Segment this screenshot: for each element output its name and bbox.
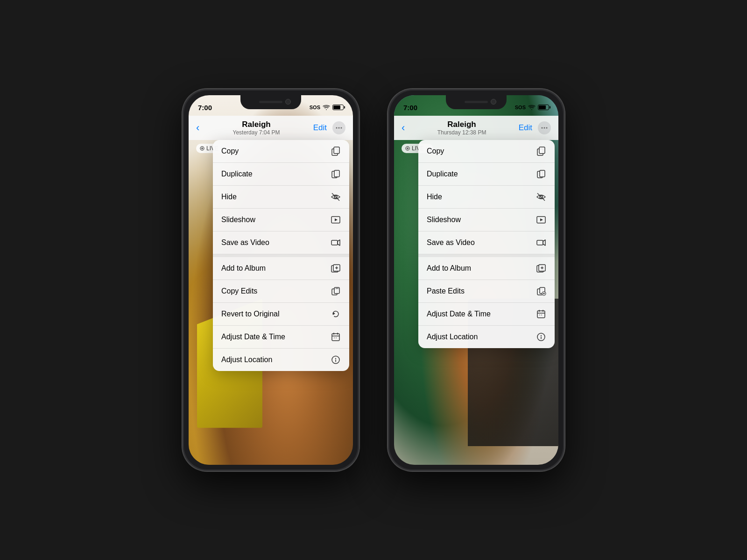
- svg-rect-6: [334, 147, 339, 154]
- context-menu-left: Copy Duplicate Hide: [213, 140, 349, 371]
- edit-button-right[interactable]: Edit: [519, 123, 532, 133]
- nav-bar-right: ‹ Raleigh Thursday 12:38 PM Edit: [394, 116, 558, 140]
- edit-button-left[interactable]: Edit: [313, 123, 327, 133]
- menu-item-slideshow-right[interactable]: Slideshow: [418, 209, 555, 231]
- menu-label-hide-right: Hide: [427, 193, 442, 201]
- front-camera-left: [285, 99, 291, 105]
- phone-right: 7:00 SOS ‹ Ral: [388, 89, 565, 471]
- menu-label-savevideo-right: Save as Video: [427, 238, 475, 247]
- svg-rect-45: [537, 240, 543, 245]
- svg-marker-44: [540, 218, 543, 221]
- svg-marker-22: [333, 312, 335, 315]
- phone-frame-right: 7:00 SOS ‹ Ral: [388, 89, 565, 471]
- svg-rect-8: [334, 170, 339, 177]
- ellipsis-icon-left: [336, 127, 342, 129]
- svg-point-36: [407, 147, 409, 149]
- menu-item-savevideo-right[interactable]: Save as Video: [418, 231, 555, 254]
- more-button-left[interactable]: [332, 121, 345, 134]
- phone-left: 7:00 SOS ‹: [182, 89, 359, 471]
- context-menu-right: Copy Duplicate Hide: [418, 140, 555, 348]
- menu-item-location-right[interactable]: Adjust Location: [418, 326, 555, 348]
- menu-label-addalbum-left: Add to Album: [221, 264, 266, 273]
- menu-item-copy-left[interactable]: Copy: [213, 140, 349, 163]
- svg-point-32: [542, 127, 543, 129]
- battery-fill-left: [333, 105, 340, 109]
- slideshow-icon-left: [331, 215, 341, 225]
- menu-label-pasteedits-right: Paste Edits: [427, 287, 465, 295]
- menu-item-revert-left[interactable]: Revert to Original: [213, 303, 349, 326]
- svg-rect-40: [540, 170, 545, 177]
- menu-label-duplicate-left: Duplicate: [221, 170, 253, 178]
- video-icon-left: [331, 238, 341, 248]
- menu-label-duplicate-right: Duplicate: [427, 170, 458, 178]
- menu-item-hide-right[interactable]: Hide: [418, 186, 555, 209]
- svg-line-42: [537, 193, 545, 201]
- phone-screen-right: 7:00 SOS ‹ Ral: [394, 95, 558, 465]
- menu-item-duplicate-right[interactable]: Duplicate: [418, 163, 555, 186]
- menu-item-datetime-left[interactable]: Adjust Date & Time: [213, 326, 349, 349]
- menu-label-revert-left: Revert to Original: [221, 310, 280, 318]
- menu-item-addalbum-left[interactable]: Add to Album: [213, 257, 349, 280]
- battery-icon-right: [538, 105, 549, 110]
- wifi-icon-left: [323, 105, 330, 110]
- menu-item-hide-left[interactable]: Hide: [213, 186, 349, 209]
- menu-item-savevideo-left[interactable]: Save as Video: [213, 231, 349, 254]
- svg-rect-23: [332, 334, 339, 341]
- ellipsis-icon-right: [541, 127, 548, 129]
- svg-marker-15: [338, 240, 340, 245]
- revert-icon-left: [331, 309, 341, 319]
- svg-point-0: [336, 127, 337, 129]
- menu-label-datetime-left: Adjust Date & Time: [221, 333, 285, 341]
- nav-center-left: Raleigh Yesterday 7:04 PM: [233, 120, 280, 136]
- menu-label-copy-left: Copy: [221, 147, 239, 155]
- sos-label-left: SOS: [310, 105, 320, 110]
- notch-right: [446, 95, 507, 109]
- nav-title-left: Raleigh: [233, 120, 280, 129]
- back-button-left[interactable]: ‹: [196, 122, 199, 134]
- addalbum-icon-right: [536, 263, 546, 273]
- back-button-right[interactable]: ‹: [402, 122, 405, 134]
- hide-icon-left: [331, 192, 341, 202]
- svg-rect-56: [537, 311, 545, 318]
- datetime-icon-right: [536, 309, 546, 319]
- front-camera-right: [491, 99, 496, 105]
- svg-point-2: [340, 127, 342, 129]
- svg-rect-38: [539, 147, 545, 154]
- menu-item-slideshow-left[interactable]: Slideshow: [213, 209, 349, 231]
- hide-icon-right: [536, 192, 546, 202]
- addalbum-icon-left: [331, 263, 341, 273]
- svg-marker-13: [335, 218, 338, 221]
- menu-item-duplicate-left[interactable]: Duplicate: [213, 163, 349, 186]
- menu-item-addalbum-right[interactable]: Add to Album: [418, 257, 555, 280]
- nav-right-right: Edit: [519, 121, 551, 134]
- notch-left: [240, 95, 301, 109]
- status-icons-right: SOS: [515, 105, 549, 110]
- menu-item-copy-right[interactable]: Copy: [418, 140, 555, 163]
- more-button-right[interactable]: [538, 121, 551, 134]
- menu-item-copyedits-left[interactable]: Copy Edits: [213, 280, 349, 303]
- pasteedits-icon-right: [536, 286, 546, 296]
- menu-item-location-left[interactable]: Adjust Location: [213, 349, 349, 371]
- status-icons-left: SOS: [310, 105, 344, 110]
- slideshow-icon-right: [536, 215, 546, 225]
- menu-label-copyedits-left: Copy Edits: [221, 287, 257, 295]
- svg-point-1: [338, 127, 339, 129]
- copy-icon-right: [536, 146, 546, 156]
- location-icon-left: [331, 355, 341, 365]
- menu-label-copy-right: Copy: [427, 147, 444, 155]
- live-circle-icon-right: [405, 146, 410, 151]
- nav-right-left: Edit: [313, 121, 345, 134]
- menu-label-datetime-right: Adjust Date & Time: [427, 310, 491, 318]
- menu-label-slideshow-left: Slideshow: [221, 216, 255, 224]
- nav-bar-left: ‹ Raleigh Yesterday 7:04 PM Edit: [189, 116, 353, 140]
- svg-rect-14: [331, 240, 338, 245]
- sos-label-right: SOS: [515, 105, 526, 110]
- menu-label-location-left: Adjust Location: [221, 356, 272, 364]
- nav-subtitle-left: Yesterday 7:04 PM: [233, 129, 280, 136]
- status-time-right: 7:00: [403, 104, 417, 112]
- battery-fill-right: [539, 105, 546, 109]
- svg-point-4: [201, 147, 203, 149]
- menu-item-pasteedits-right[interactable]: Paste Edits: [418, 280, 555, 303]
- menu-item-datetime-right[interactable]: Adjust Date & Time: [418, 303, 555, 326]
- speaker-left: [259, 101, 282, 103]
